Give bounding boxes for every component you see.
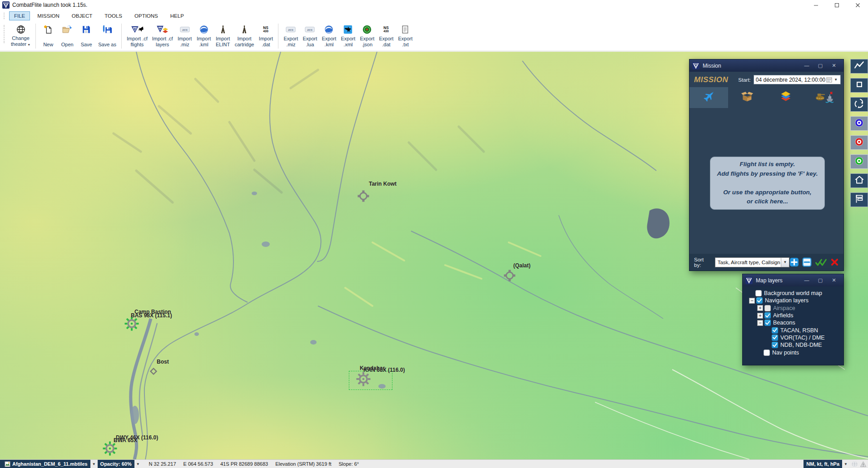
- mission-tab-units[interactable]: [805, 87, 843, 108]
- units-chip[interactable]: NM, kt, ft, hPa: [804, 460, 842, 468]
- menu-file[interactable]: FILE: [9, 11, 30, 20]
- mission-start-input[interactable]: 04 décembre 2024, 12:00:00 ▼: [754, 75, 841, 84]
- menu-options[interactable]: OPTIONS: [129, 11, 163, 20]
- layers-minimize-button[interactable]: —: [800, 274, 813, 286]
- add-flight-button[interactable]: [789, 257, 799, 267]
- import-cartridge-button[interactable]: Importcartridge: [233, 21, 257, 51]
- export-lua-button[interactable]: ǝcsExport.lua: [300, 21, 319, 51]
- sort-select[interactable]: Task, Aircraft type, Callsign ▼: [715, 257, 789, 267]
- layer-checkbox[interactable]: [764, 312, 771, 319]
- remove-flight-button[interactable]: [802, 257, 812, 267]
- export-json-button[interactable]: Export.json: [357, 21, 377, 51]
- map-canvas[interactable]: Tarin Kowt(Qalat)BostCamp BastionBAS 98X…: [0, 52, 868, 459]
- menu-mission[interactable]: MISSION: [32, 11, 64, 20]
- shape-tool-button[interactable]: [850, 78, 868, 93]
- mission-tab-packages[interactable]: [728, 87, 767, 108]
- import-cf-layers-button[interactable]: Import .cflayers: [150, 21, 175, 51]
- layer-row-vor-tac-dme: VOR(TAC) / DME: [746, 334, 843, 341]
- mission-header-label: MISSION: [694, 75, 728, 84]
- mission-panel: Mission — ▢ ✕ MISSION Start: 04 décembre…: [689, 59, 844, 271]
- close-button[interactable]: [847, 0, 868, 10]
- svg-text:430: 430: [263, 30, 269, 33]
- qalat-airfield[interactable]: [504, 270, 516, 283]
- ns430-icon: NS430: [381, 23, 391, 35]
- import-elint-button[interactable]: ImportELINT: [213, 21, 233, 51]
- map-label-tarin-kowt: Tarin Kowt: [369, 181, 397, 187]
- globe-icon: [16, 23, 26, 35]
- menu-object[interactable]: OBJECT: [67, 11, 97, 20]
- layer-checkbox[interactable]: [772, 335, 778, 341]
- units-dropdown-icon[interactable]: ▼: [842, 462, 849, 466]
- liberation-icon: [362, 23, 372, 35]
- export-xml-button[interactable]: Export.xml: [338, 21, 357, 51]
- maximize-button[interactable]: [826, 0, 847, 10]
- dem-file-chip[interactable]: Afghanistan_DEM_6_11.mbtiles: [0, 460, 90, 468]
- expand-box[interactable]: +: [757, 313, 763, 319]
- layer-checkbox[interactable]: [772, 327, 778, 334]
- menu-tools[interactable]: TOOLS: [99, 11, 127, 20]
- save-as-label: Save as: [98, 35, 116, 48]
- opacity-chip[interactable]: Opacity: 60%: [98, 460, 134, 468]
- mission-tab-flights[interactable]: [689, 87, 728, 108]
- mission-maximize-button[interactable]: ▢: [813, 59, 827, 72]
- export-miz-label: Export.miz: [284, 35, 298, 48]
- export-dat-button[interactable]: NS430Export.dat: [377, 21, 396, 51]
- empty-message-line: Flight list is empty.: [712, 160, 823, 169]
- bullseye-green-button[interactable]: [850, 154, 868, 169]
- layer-checkbox[interactable]: [764, 320, 771, 326]
- calendar-icon[interactable]: [825, 76, 833, 84]
- globe-status-icon[interactable]: [851, 461, 858, 468]
- change-theater-button[interactable]: Changetheater▼: [9, 21, 33, 51]
- select-all-button[interactable]: [815, 258, 827, 267]
- import-kml-button[interactable]: Import.kml: [194, 21, 213, 51]
- sort-dropdown-icon[interactable]: ▼: [781, 258, 789, 267]
- menu-help[interactable]: HELP: [165, 11, 189, 20]
- bullseye-red-button[interactable]: [850, 135, 868, 150]
- layers-maximize-button[interactable]: ▢: [813, 274, 827, 286]
- import-miz-label: Import.miz: [178, 35, 192, 48]
- expand-box[interactable]: +: [757, 305, 763, 311]
- export-kml-button[interactable]: Export.kml: [319, 21, 338, 51]
- briefing-button[interactable]: [850, 192, 868, 207]
- export-txt-button[interactable]: Export.txt: [396, 21, 415, 51]
- tarin-kowt-airfield[interactable]: [357, 190, 369, 204]
- falcon-icon: [343, 23, 353, 35]
- layer-checkbox[interactable]: [756, 297, 763, 304]
- home-view-button[interactable]: [850, 173, 868, 188]
- layers-close-button[interactable]: ✕: [827, 274, 841, 286]
- minimize-button[interactable]: [805, 0, 826, 10]
- import-miz-button[interactable]: ǝcsImport.miz: [175, 21, 194, 51]
- layer-checkbox[interactable]: [764, 305, 771, 311]
- import-cf-flights-button[interactable]: Import .cfflights: [124, 21, 150, 51]
- import-dat-button[interactable]: NS430Import.dat: [256, 21, 275, 51]
- mission-start-value[interactable]: 04 décembre 2024, 12:00:00: [756, 77, 825, 83]
- bullseye-blue-button[interactable]: [850, 116, 868, 131]
- mission-minimize-button[interactable]: —: [800, 59, 813, 72]
- mission-panel-titlebar[interactable]: Mission — ▢ ✕: [689, 59, 843, 72]
- layer-checkbox[interactable]: [755, 290, 762, 296]
- export-miz-button[interactable]: ǝcsExport.miz: [281, 21, 300, 51]
- mission-tab-layers[interactable]: [767, 87, 805, 108]
- start-dropdown-icon[interactable]: ▼: [833, 78, 838, 82]
- opacity-dropdown-icon[interactable]: ▼: [134, 462, 142, 466]
- bost-marker[interactable]: [149, 367, 158, 377]
- warning-status-icon[interactable]: [860, 461, 867, 468]
- layer-checkbox[interactable]: [764, 350, 770, 356]
- save-as-button[interactable]: Save as: [96, 21, 119, 51]
- layer-label: Navigation layers: [765, 297, 808, 304]
- save-button[interactable]: Save: [77, 21, 96, 51]
- map-layers-titlebar[interactable]: Map layers — ▢ ✕: [743, 274, 843, 286]
- new-button[interactable]: New: [39, 21, 58, 51]
- layer-checkbox[interactable]: [772, 342, 778, 348]
- clear-selection-button[interactable]: [830, 258, 839, 266]
- dropdown-caret-icon[interactable]: ▼: [27, 43, 30, 46]
- route-tool-button[interactable]: [850, 59, 868, 74]
- collapse-box[interactable]: −: [757, 320, 763, 326]
- open-button[interactable]: Open: [58, 21, 77, 51]
- orbit-tool-button[interactable]: [850, 97, 868, 112]
- flight-list-empty-message[interactable]: Flight list is empty.Add flights by pres…: [710, 157, 825, 210]
- collapse-box[interactable]: −: [749, 298, 755, 304]
- box-icon: [740, 90, 754, 105]
- mission-close-button[interactable]: ✕: [827, 59, 841, 72]
- dem-file-dropdown-icon[interactable]: ▼: [90, 462, 98, 466]
